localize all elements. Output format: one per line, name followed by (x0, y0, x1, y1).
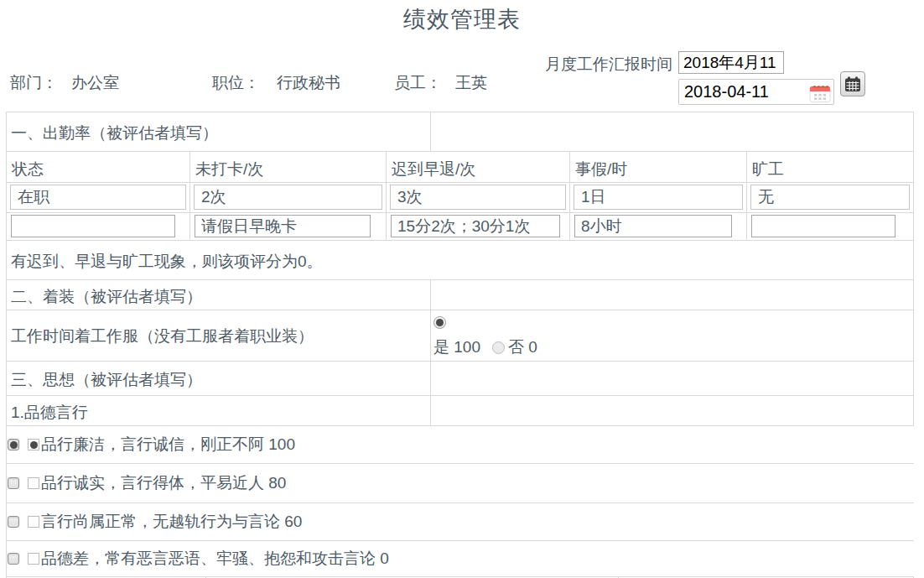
checkbox-option-2-b[interactable] (28, 477, 39, 489)
report-date-field[interactable] (678, 79, 834, 105)
missed-punch-note-input[interactable] (195, 215, 371, 237)
checkbox-option-1-b[interactable] (28, 439, 39, 450)
section-thought-heading: 三、思想（被评估者填写） (7, 362, 431, 395)
performance-table: 一、出勤率（被评估者填写） 状态 未打卡/次 迟到早退/次 事假/时 旷工 有迟… (6, 112, 914, 578)
attendance-note-row: 有迟到、早退与旷工现象，则该项评分为0。 (7, 241, 914, 280)
report-date-input[interactable] (679, 80, 807, 104)
dress-answer-cell: 是 100 否 0 (431, 310, 914, 361)
checkbox-option-4-b[interactable] (28, 553, 39, 565)
report-time-text-input[interactable] (678, 51, 784, 74)
personal-leave-note-input[interactable] (574, 215, 732, 237)
checkbox-option-1-a[interactable] (8, 439, 19, 450)
empty-cell (431, 280, 914, 310)
empty-cell (431, 112, 914, 151)
absenteeism-value-field[interactable] (750, 185, 910, 210)
empty-cell (431, 396, 914, 425)
radio-yes-label: 是 100 (433, 336, 480, 358)
thought-option-row: 言行尚属正常，无越轨行为与言论 60 (7, 503, 914, 541)
col-absenteeism: 旷工 (747, 152, 914, 182)
missed-punch-value-field[interactable] (194, 185, 382, 210)
empty-cell (431, 362, 914, 395)
thought-option-row: 品行廉洁，言行诚信，刚正不阿 100 (7, 426, 914, 464)
section-attendance-heading: 一、出勤率（被评估者填写） (7, 112, 431, 151)
thought-option-row: 品行诚实，言行得体，平易近人 80 (7, 464, 914, 503)
dress-question-row: 工作时间着工作服（没有工服者着职业装） 是 100 否 0 (7, 310, 914, 362)
section-attendance-row: 一、出勤率（被评估者填写） (7, 112, 914, 152)
attendance-header-row: 状态 未打卡/次 迟到早退/次 事假/时 旷工 (7, 152, 914, 183)
option-label: 品行诚实，言行得体，平易近人 80 (41, 472, 286, 494)
calendar-icon[interactable] (809, 82, 831, 103)
thought-subheading-row: 1.品德言行 (7, 396, 914, 426)
department-label: 部门： (10, 72, 58, 94)
thought-subheading: 1.品德言行 (7, 396, 431, 425)
late-early-note-input[interactable] (391, 215, 560, 237)
attendance-values-row (7, 183, 914, 213)
radio-no[interactable] (492, 341, 505, 354)
option-label: 言行尚属正常，无越轨行为与言论 60 (41, 511, 302, 533)
form-header: 部门： 办公室 职位： 行政秘书 员工： 王英 月度工作汇报时间： (0, 34, 924, 112)
col-status: 状态 (7, 152, 190, 182)
attendance-note: 有迟到、早退与旷工现象，则该项评分为0。 (7, 241, 914, 279)
checkbox-option-2-a[interactable] (8, 477, 19, 489)
absenteeism-note-input[interactable] (751, 215, 895, 237)
col-personal-leave: 事假/时 (570, 152, 747, 182)
section-dress-heading: 二、着装（被评估者填写） (7, 280, 431, 310)
checkbox-option-4-a[interactable] (8, 553, 19, 565)
calendar-picker-button[interactable] (840, 71, 865, 96)
checkbox-option-3-b[interactable] (28, 516, 39, 528)
option-label: 品德差，常有恶言恶语、牢骚、抱怨和攻击言论 0 (41, 548, 389, 570)
col-missed-punch: 未打卡/次 (190, 152, 387, 182)
checkbox-option-3-a[interactable] (8, 516, 19, 528)
option-label: 品行廉洁，言行诚信，刚正不阿 100 (41, 434, 295, 456)
status-value-field[interactable] (10, 185, 186, 210)
col-late-early: 迟到早退/次 (387, 152, 570, 182)
calendar-icon (844, 76, 861, 92)
employee-value: 王英 (455, 72, 487, 94)
personal-leave-value-field[interactable] (574, 185, 743, 210)
report-time-label: 月度工作汇报时间： (545, 53, 651, 76)
section-thought-row: 三、思想（被评估者填写） (7, 362, 914, 396)
employee-label: 员工： (394, 72, 442, 94)
section-dress-row: 二、着装（被评估者填写） (7, 280, 914, 310)
attendance-inputs-row (7, 213, 914, 241)
late-early-value-field[interactable] (390, 185, 566, 210)
thought-option-row: 品德差，常有恶言恶语、牢骚、抱怨和攻击言论 0 (7, 541, 914, 577)
page-title: 绩效管理表 (0, 5, 924, 34)
position-label: 职位： (212, 72, 260, 94)
dress-question: 工作时间着工作服（没有工服者着职业装） (7, 310, 431, 361)
radio-no-label: 否 0 (508, 336, 537, 358)
department-value: 办公室 (71, 72, 119, 94)
status-note-input[interactable] (11, 215, 175, 237)
radio-yes[interactable] (433, 316, 446, 329)
position-value: 行政秘书 (277, 72, 340, 94)
